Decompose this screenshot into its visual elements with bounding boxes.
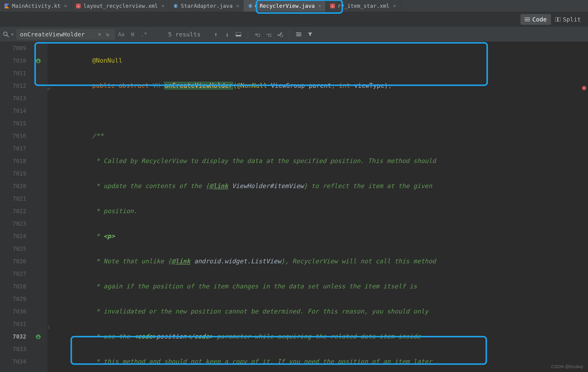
tab-label: StarAdapter.java: [181, 3, 232, 9]
kotlin-file-icon: [4, 3, 10, 9]
svg-point-31: [298, 35, 299, 36]
gutter-icon-column: [33, 42, 47, 372]
line-number: 7026: [0, 255, 26, 268]
svg-rect-20: [236, 35, 241, 36]
code-view-icon: [525, 17, 530, 21]
java-class-icon: C: [248, 3, 253, 9]
tab-label: layout_recyclerview.xml: [83, 3, 158, 9]
search-input[interactable]: onCreateViewHolder × ↻: [16, 29, 115, 40]
open-in-tool-window-icon[interactable]: [233, 30, 244, 39]
search-results-count: 5 results: [168, 31, 200, 38]
line-number: 7030: [0, 305, 26, 318]
java-class-icon: C: [173, 3, 178, 9]
code-editor[interactable]: 7009 7010 7011 7012 7013 7014 7015 7016 …: [0, 42, 588, 372]
lock-icon: [254, 3, 257, 9]
close-icon[interactable]: ×: [64, 3, 67, 9]
separator: [248, 30, 248, 39]
svg-point-30: [299, 34, 300, 35]
line-number: 7009: [0, 42, 26, 54]
line-number: 7024: [0, 230, 26, 242]
watermark-text: CSDN @hzulwy: [551, 364, 583, 369]
svg-text:−: −: [266, 32, 269, 37]
svg-point-29: [297, 32, 298, 33]
view-mode-label: Split: [563, 16, 581, 23]
tab-mainactivity[interactable]: MainActivity.kt ×: [0, 0, 71, 12]
whole-word-toggle[interactable]: W: [128, 30, 138, 39]
line-number: 7012: [0, 79, 26, 92]
line-number: 7034: [0, 355, 26, 368]
line-number: 7011: [0, 67, 26, 79]
view-mode-split[interactable]: Split: [551, 14, 585, 25]
clear-search-icon[interactable]: ×: [98, 31, 101, 37]
filter-icon[interactable]: [305, 30, 315, 39]
view-mode-label: Code: [532, 16, 547, 23]
line-number: 7022: [0, 205, 26, 217]
fold-column: ⊟ ⌋: [47, 42, 53, 372]
search-icon: [2, 30, 10, 39]
line-number: 7031: [0, 318, 26, 330]
svg-text:+: +: [255, 32, 257, 37]
method-name: onCreateViewHolder: [164, 82, 233, 90]
tab-label: RecyclerView.java: [260, 3, 315, 9]
settings-icon[interactable]: [294, 30, 304, 39]
svg-rect-12: [525, 18, 530, 18]
add-selection-icon[interactable]: +: [252, 30, 262, 39]
close-icon[interactable]: ×: [161, 3, 164, 9]
line-number: 7025: [0, 242, 26, 255]
close-icon[interactable]: ×: [318, 3, 321, 9]
tab-staradapter[interactable]: C StarAdapter.java ×: [169, 0, 244, 12]
svg-text:◇: ◇: [332, 4, 333, 8]
find-toolbar: ▾ onCreateViewHolder × ↻ Aa W .* 5 resul…: [0, 27, 588, 42]
line-number: 7023: [0, 217, 26, 230]
line-number: 7028: [0, 280, 26, 293]
line-number: 7018: [0, 155, 26, 167]
next-match-icon[interactable]: ↓: [222, 30, 232, 39]
svg-text:◇: ◇: [77, 4, 79, 8]
chevron-down-icon[interactable]: ▾: [11, 31, 14, 37]
fold-start-icon[interactable]: ⊟: [48, 82, 53, 88]
tab-rv-item-star[interactable]: ◇ rv_item_star.xml ×: [326, 0, 400, 12]
error-stripe-marker[interactable]: [582, 86, 586, 90]
view-mode-code[interactable]: Code: [520, 14, 551, 25]
code-content[interactable]: @NonNull public abstract VH onCreateView…: [53, 42, 588, 372]
select-all-icon[interactable]: [275, 30, 285, 39]
match-case-toggle[interactable]: Aa: [116, 30, 126, 39]
svg-rect-14: [525, 21, 530, 21]
svg-rect-25: [281, 35, 283, 37]
line-number: 7029: [0, 293, 26, 305]
split-view-icon: [555, 17, 561, 21]
override-gutter-icon[interactable]: [35, 57, 42, 64]
remove-selection-icon[interactable]: −: [264, 30, 274, 39]
svg-rect-22: [257, 34, 260, 36]
svg-rect-16: [558, 17, 561, 21]
override-gutter-icon[interactable]: [35, 333, 42, 340]
line-number: 7014: [0, 104, 26, 117]
tab-layout-recyclerview[interactable]: ◇ layout_recyclerview.xml ×: [71, 0, 169, 12]
fold-end-icon[interactable]: ⌋: [48, 321, 53, 326]
line-number: 7016: [0, 130, 26, 142]
svg-text:C: C: [249, 4, 251, 8]
xml-file-icon: ◇: [330, 3, 335, 9]
svg-rect-24: [269, 34, 271, 36]
tab-recyclerview[interactable]: C RecyclerView.java ×: [244, 0, 326, 12]
close-icon[interactable]: ×: [393, 3, 396, 9]
svg-rect-13: [525, 19, 530, 20]
view-mode-bar: Code Split: [0, 12, 588, 27]
editor-tab-bar: MainActivity.kt × ◇ layout_recyclerview.…: [0, 0, 588, 12]
svg-text:C: C: [175, 4, 177, 8]
svg-rect-9: [255, 6, 257, 7]
line-number: 7033: [0, 343, 26, 355]
search-history-icon[interactable]: ↻: [104, 31, 111, 37]
line-number: 7019: [0, 167, 26, 180]
svg-point-17: [4, 32, 7, 36]
regex-toggle[interactable]: .*: [139, 30, 149, 39]
close-icon[interactable]: ×: [236, 3, 239, 9]
separator: [289, 30, 290, 39]
line-number-gutter: 7009 7010 7011 7012 7013 7014 7015 7016 …: [0, 42, 33, 372]
line-number: 7017: [0, 142, 26, 155]
line-number: 7015: [0, 117, 26, 130]
svg-line-18: [7, 35, 9, 37]
tab-label: MainActivity.kt: [12, 3, 61, 9]
svg-rect-15: [555, 17, 558, 21]
prev-match-icon[interactable]: ↑: [211, 30, 221, 39]
